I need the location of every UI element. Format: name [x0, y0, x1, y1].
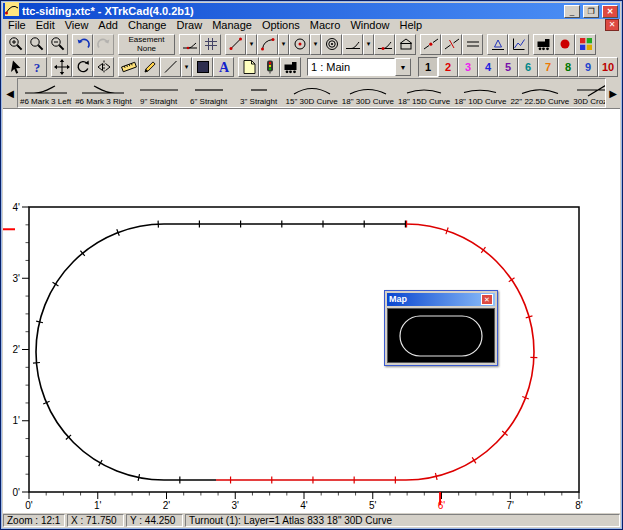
hotbar-scroll-left-button[interactable]: ◀ — [3, 78, 17, 108]
hotbar-item-4[interactable]: 6" Straight — [184, 79, 234, 107]
elevation-button[interactable] — [487, 34, 508, 55]
map-window-close-button[interactable]: ✕ — [481, 294, 493, 305]
hotbar-item-9[interactable]: 18" 10D Curve — [452, 79, 508, 107]
helix-track-button[interactable] — [321, 34, 342, 55]
draw-line-dropdown-button[interactable]: ▾ — [181, 57, 192, 77]
select-button[interactable] — [5, 57, 26, 77]
drawing-area[interactable]: 4'3'2'1'0' 0'1'2'3'4'5'6'7'8' Map ✕ — [3, 108, 620, 513]
structure-button[interactable] — [395, 34, 416, 55]
hotbar-item-2[interactable]: #6 Mark 3 Right — [73, 79, 133, 107]
hotbar-item-7-track-icon — [345, 82, 391, 97]
menu-edit[interactable]: Edit — [31, 19, 60, 32]
map-window-title: Map — [389, 293, 481, 306]
track-section-ticks-main — [36, 224, 406, 480]
map-window-titlebar[interactable]: Map ✕ — [387, 293, 495, 306]
close-button[interactable]: ✕ — [602, 5, 618, 18]
menu-file[interactable]: File — [3, 19, 31, 32]
track-loop-main[interactable] — [36, 224, 406, 480]
note-button[interactable] — [238, 57, 259, 77]
menu-draw[interactable]: Draw — [171, 19, 207, 32]
run-trains-button[interactable] — [280, 57, 301, 77]
menu-macro[interactable]: Macro — [305, 19, 346, 32]
map-view[interactable] — [387, 308, 495, 363]
hotbar-item-10[interactable]: 22" 22.5D Curve — [508, 79, 571, 107]
colors-icon — [578, 36, 594, 52]
hotbar-item-1[interactable]: #6 Mark 3 Left — [18, 79, 73, 107]
menubar-close-button[interactable]: ✕ — [605, 19, 619, 31]
zoom-normal-button[interactable] — [26, 34, 47, 55]
profile-button[interactable] — [508, 34, 529, 55]
layer-combobox[interactable]: 1 : Main ▼ — [307, 58, 411, 76]
text-tool-button[interactable]: A — [213, 57, 234, 77]
connect-track-button[interactable] — [420, 34, 441, 55]
easement-button[interactable]: EasementNone — [118, 34, 175, 55]
layer-8-button[interactable]: 8 — [558, 57, 578, 77]
layer-9-button[interactable]: 9 — [578, 57, 598, 77]
layer-4-button[interactable]: 4 — [478, 57, 498, 77]
connect-track-icon — [423, 36, 439, 52]
maximize-button[interactable]: ❐ — [583, 5, 599, 18]
hotbar-item-5[interactable]: 3" Straight — [234, 79, 284, 107]
undo-button[interactable] — [72, 34, 93, 55]
menu-options[interactable]: Options — [257, 19, 305, 32]
zoom-in-button[interactable] — [5, 34, 26, 55]
title-bar[interactable]: ttc-siding.xtc* - XTrkCad(4.0.2b1) _ ❐ ✕ — [3, 3, 620, 19]
color-swatch-button[interactable] — [192, 57, 213, 77]
flip-button[interactable] — [93, 57, 114, 77]
hand-laid-turnout-button[interactable] — [374, 34, 395, 55]
train-icon — [536, 36, 552, 52]
split-track-button[interactable] — [441, 34, 462, 55]
hotbar-item-2-track-icon — [80, 82, 126, 97]
turnout-parts-button[interactable] — [179, 34, 200, 55]
hotbar-item-6[interactable]: 15" 30D Curve — [284, 79, 340, 107]
layer-7-button[interactable]: 7 — [538, 57, 558, 77]
describe-button[interactable]: ? — [26, 57, 47, 77]
turnout-button[interactable] — [342, 34, 363, 55]
snap-grid-button[interactable] — [200, 34, 221, 55]
hotbar-item-4-track-icon — [186, 82, 232, 97]
easement-label: Easement — [128, 35, 164, 44]
signal-button[interactable] — [259, 57, 280, 77]
hotbar-item-8[interactable]: 18" 15D Curve — [396, 79, 452, 107]
straight-track-button[interactable] — [225, 34, 246, 55]
parallel-track-button[interactable] — [462, 34, 483, 55]
turnout-dropdown-button[interactable]: ▾ — [363, 34, 374, 55]
record-button[interactable] — [554, 34, 575, 55]
zoom-out-button[interactable] — [47, 34, 68, 55]
layer-combobox-dropdown-button[interactable]: ▼ — [395, 58, 411, 76]
colors-button[interactable] — [575, 34, 596, 55]
menu-window[interactable]: Window — [345, 19, 394, 32]
menu-view[interactable]: View — [60, 19, 94, 32]
move-button[interactable] — [51, 57, 72, 77]
draw-line-button[interactable] — [160, 57, 181, 77]
layer-10-button[interactable]: 10 — [598, 57, 618, 77]
layer-1-button[interactable]: 1 — [418, 57, 438, 77]
hotbar-scroll-right-button[interactable]: ▶ — [606, 78, 620, 108]
layer-combobox-value[interactable]: 1 : Main — [307, 58, 395, 76]
layer-2-button[interactable]: 2 — [438, 57, 458, 77]
train-button[interactable] — [533, 34, 554, 55]
hotbar-item-11[interactable]: 30D Crozzing — [571, 79, 606, 107]
menu-change[interactable]: Change — [123, 19, 172, 32]
curved-track-button[interactable] — [257, 34, 278, 55]
hotbar-item-4-label: 6" Straight — [190, 97, 227, 106]
circle-track-dropdown-button[interactable]: ▾ — [310, 34, 321, 55]
modify-button[interactable] — [139, 57, 160, 77]
straight-track-dropdown-button[interactable]: ▾ — [246, 34, 257, 55]
rotate-button[interactable] — [72, 57, 93, 77]
circle-track-button[interactable] — [289, 34, 310, 55]
profile-icon — [511, 36, 527, 52]
layer-6-button[interactable]: 6 — [518, 57, 538, 77]
menu-help[interactable]: Help — [395, 19, 428, 32]
redo-button[interactable] — [93, 34, 114, 55]
menu-add[interactable]: Add — [93, 19, 123, 32]
menu-manage[interactable]: Manage — [207, 19, 257, 32]
minimize-button[interactable]: _ — [564, 5, 580, 18]
hotbar-item-3[interactable]: 9" Straight — [134, 79, 184, 107]
layer-3-button[interactable]: 3 — [458, 57, 478, 77]
measure-button[interactable] — [118, 57, 139, 77]
layout-canvas[interactable]: 4'3'2'1'0' 0'1'2'3'4'5'6'7'8' — [3, 109, 620, 513]
hotbar-item-7[interactable]: 18" 30D Curve — [340, 79, 396, 107]
layer-5-button[interactable]: 5 — [498, 57, 518, 77]
curved-track-dropdown-button[interactable]: ▾ — [278, 34, 289, 55]
